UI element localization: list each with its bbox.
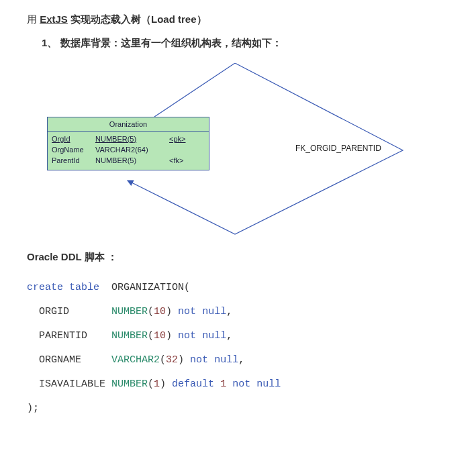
entity-field-name: OrgId xyxy=(52,134,95,144)
entity-field-key xyxy=(169,144,196,155)
ddl-line-2: PARENTID NUMBER(10) not null, xyxy=(27,324,449,348)
entity-field-name: OrgName xyxy=(52,144,95,155)
entity-field-name: ParentId xyxy=(52,155,95,166)
heading-prefix: 用 xyxy=(27,13,40,25)
entity-title: Oranization xyxy=(48,117,209,132)
ddl-line-1: ORGID NUMBER(10) not null, xyxy=(27,300,449,324)
list-item-1: 1、 数据库背景：这里有一个组织机构表，结构如下： xyxy=(42,37,449,50)
ddl-title: Oracle DDL 脚本 ： xyxy=(27,251,449,264)
ddl-line-3: ORGNAME VARCHAR2(32) not null, xyxy=(27,348,449,372)
entity-row-2: ParentId NUMBER(5) <fk> xyxy=(52,155,205,166)
ddl-code-block: create table ORGANIZATION( ORGID NUMBER(… xyxy=(27,276,449,421)
ddl-line-5: ); xyxy=(27,397,449,421)
entity-row-0: OrgId NUMBER(5) <pk> xyxy=(52,134,205,144)
entity-row-1: OrgName VARCHAR2(64) xyxy=(52,144,205,155)
list-text: 数据库背景：这里有一个组织机构表，结构如下： xyxy=(60,37,282,48)
ddl-line-0: create table ORGANIZATION( xyxy=(27,276,449,300)
entity-field-type: NUMBER(5) xyxy=(95,134,169,144)
fk-label: FK_ORGID_PARENTID xyxy=(295,144,381,153)
entity-field-key: <fk> xyxy=(169,155,196,166)
list-number: 1、 xyxy=(42,37,57,48)
heading-line: 用 ExtJS 实现动态载入树（Load tree） xyxy=(27,13,449,26)
heading-suffix: 实现动态载入树（Load tree） xyxy=(68,13,207,25)
entity-oranization: Oranization OrgId NUMBER(5) <pk> OrgName… xyxy=(47,117,209,170)
entity-field-type: NUMBER(5) xyxy=(95,155,169,166)
entity-body: OrgId NUMBER(5) <pk> OrgName VARCHAR2(64… xyxy=(48,132,209,170)
entity-field-key: <pk> xyxy=(169,134,196,144)
heading-extjs: ExtJS xyxy=(40,13,68,25)
er-diagram: Oranization OrgId NUMBER(5) <pk> OrgName… xyxy=(27,63,430,238)
ddl-line-4: ISAVAILABLE NUMBER(1) default 1 not null xyxy=(27,372,449,397)
entity-field-type: VARCHAR2(64) xyxy=(95,144,169,155)
